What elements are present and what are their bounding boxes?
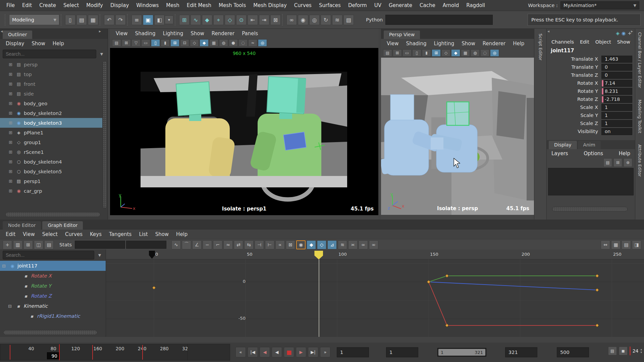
toolbar-icon[interactable]: ↶ [104, 15, 114, 25]
menu-item[interactable]: Curves [290, 2, 315, 8]
channel-value-field[interactable]: 0 [601, 64, 632, 71]
menu-item[interactable]: Generate [385, 2, 416, 8]
menu-item[interactable]: File [3, 2, 18, 8]
menu-item[interactable]: View [19, 231, 39, 237]
outliner-item[interactable]: ⊞ ▤ top [0, 69, 102, 79]
viewport-icon[interactable]: ◎ [258, 39, 267, 47]
channel-name[interactable]: Translate Y [547, 64, 601, 70]
viewport-icon[interactable]: ⊠ [122, 39, 131, 47]
dag-expand-icon[interactable]: ⊞ [9, 62, 14, 67]
menu-item[interactable]: Select [39, 231, 61, 237]
render-icon[interactable]: ◎ [309, 15, 320, 25]
menu-item[interactable]: Display [107, 2, 132, 8]
outliner-item[interactable]: ⊞ ◇ group1 [0, 137, 102, 147]
time-slider[interactable]: 90 4080120160200240280320 [0, 344, 188, 361]
graph-channel-item[interactable]: ▪ rRigid1.Kinematic [0, 311, 106, 321]
graph-channel-item[interactable]: ▪ Rotate Y [0, 281, 106, 291]
selected-node-name[interactable]: joint117 [547, 46, 635, 55]
editor-tab[interactable]: Node Editor [3, 221, 41, 230]
menu-item[interactable]: Select [60, 2, 83, 8]
outliner-item[interactable]: ⊞ ○ body_skeleton4 [0, 157, 102, 167]
snap-icon[interactable]: ⊙ [236, 15, 247, 25]
editor-tab[interactable]: Graph Editor [42, 221, 83, 230]
playback-button[interactable]: ■ [284, 347, 294, 357]
menu-item[interactable]: Ragdoll [463, 2, 489, 8]
layer-editor-tab[interactable]: Anim [578, 141, 601, 149]
graph-tree-scrollbar[interactable] [3, 330, 97, 335]
animation-start-field[interactable]: 1 [337, 347, 369, 357]
graph-ruler[interactable]: 050100150200250 [106, 249, 644, 259]
outliner-item[interactable]: ⊞ ◉ body_skeleton3 [0, 118, 102, 128]
menu-item[interactable]: Options [584, 150, 603, 157]
menu-item[interactable]: Show [458, 41, 479, 47]
stats-value-input[interactable] [126, 241, 166, 249]
viewport-icon[interactable]: ⊞ [432, 49, 441, 57]
outliner-item[interactable]: ⊞ ◉ body_geo [0, 99, 102, 108]
graph-tool-icon[interactable]: ⇆ [244, 240, 254, 249]
menu-item[interactable]: Create [36, 2, 60, 8]
viewport-icon[interactable]: ▮ [422, 49, 431, 57]
graph-tool-icon[interactable]: ⊠ [286, 240, 295, 249]
viewport-icon[interactable]: ▤ [112, 39, 121, 47]
viewport-icon[interactable]: ◌ [480, 49, 489, 57]
menu-item[interactable]: List [135, 231, 151, 237]
graph-search-input[interactable] [3, 251, 94, 259]
viewport-icon[interactable]: ⊞ [170, 39, 179, 47]
channel-value-field[interactable]: on [601, 128, 632, 135]
menu-item[interactable]: Shading [402, 41, 430, 47]
channel-name[interactable]: Rotate Z [547, 97, 601, 102]
playback-button[interactable]: ▶| [308, 347, 318, 357]
menu-set-selector[interactable]: Modeling ▼ [9, 14, 59, 25]
snap-icon[interactable]: ⊞ [179, 15, 190, 25]
graph-tool-icon[interactable]: ◨ [632, 240, 641, 249]
menu-item[interactable]: Keys [86, 231, 105, 237]
toolbar-handle[interactable] [5, 14, 8, 25]
outliner-vertical-scrollbar[interactable] [103, 61, 107, 208]
viewport-icon[interactable]: ▭ [402, 49, 412, 57]
dag-expand-icon[interactable]: ⊞ [9, 140, 14, 145]
menu-item[interactable]: Show [617, 39, 630, 45]
channel-value-field[interactable]: 8.231 [601, 88, 632, 95]
snap-icon[interactable]: ⊠ [270, 15, 281, 25]
render-icon[interactable]: ≋ [332, 15, 342, 25]
current-frame-marker[interactable]: 90 [47, 352, 59, 359]
viewport-icon[interactable]: ▽ [131, 39, 141, 47]
menu-item[interactable]: Deform [344, 2, 371, 8]
viewport-icon[interactable]: ▯ [412, 49, 421, 57]
channel-name[interactable]: Rotate X [547, 80, 601, 86]
tab-outliner[interactable]: Outliner [3, 31, 32, 39]
outliner-horizontal-scrollbar[interactable] [5, 212, 100, 217]
graph-tool-icon[interactable]: ▤ [622, 240, 631, 249]
toolbar-icon[interactable]: ↷ [115, 15, 126, 25]
outliner-item[interactable]: ⊞ ○ body_skeleton5 [0, 167, 102, 176]
dag-expand-icon[interactable]: ⊞ [9, 188, 14, 193]
playback-button[interactable]: |◀ [248, 347, 258, 357]
menu-item[interactable]: View [112, 31, 131, 37]
playback-button[interactable]: ◀ [260, 347, 270, 357]
animation-end-field[interactable]: 500 [557, 347, 589, 357]
outliner-item[interactable]: ⊞ ▤ side [0, 89, 102, 99]
python-command-input[interactable] [385, 15, 493, 25]
menu-item[interactable]: Lighting [430, 41, 458, 47]
toolbar-icon[interactable]: ▯ [65, 15, 75, 25]
playback-start-field[interactable]: 1 [386, 347, 418, 357]
dag-expand-icon[interactable]: ⊞ [9, 91, 14, 96]
graph-filter-dropdown[interactable]: ▼ [96, 251, 103, 259]
layer-icon[interactable]: ⊞ [613, 158, 622, 167]
render-icon[interactable]: ◉ [298, 15, 308, 25]
graph-playhead[interactable] [314, 251, 323, 259]
channel-name[interactable]: Visibility [547, 129, 601, 134]
snap-icon[interactable]: ◆ [202, 15, 212, 25]
tab-channel-box-layer-editor[interactable]: Channel Box / Layer Editor [637, 32, 642, 88]
expand-icon[interactable]: ⊟ [8, 304, 13, 309]
channel-value-field[interactable]: -2.718 [601, 96, 632, 103]
persp-canvas[interactable]: Isolate : persp 45.1 fps y z x [381, 58, 534, 215]
viewport-icon[interactable]: ◇ [190, 39, 199, 47]
graph-tool-icon[interactable]: ≍ [348, 240, 358, 249]
graph-channel-item[interactable]: ⊟ ◉ joint117 [0, 261, 106, 271]
viewport-icon[interactable]: ⊠ [393, 49, 402, 57]
expand-icon[interactable]: ⊟ [2, 263, 7, 268]
menu-item[interactable]: Object [595, 39, 611, 45]
scroll-left-icon[interactable]: ◂ [1, 29, 3, 217]
outliner-item[interactable]: ⊞ ▤ persp1 [0, 176, 102, 186]
